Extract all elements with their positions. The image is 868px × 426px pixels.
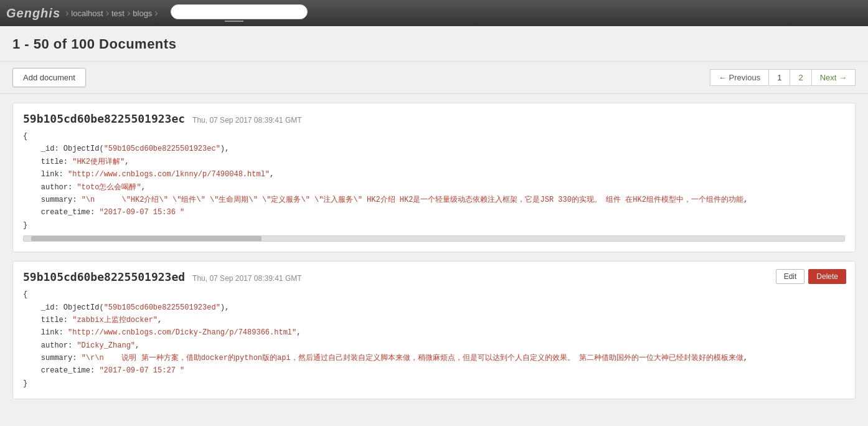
doc-card-2-header: 59b105cd60be8225501923ed Thu, 07 Sep 201… bbox=[23, 270, 845, 283]
doc-id-1: 59b105cd60be8225501923ec bbox=[23, 112, 185, 125]
search-underline bbox=[225, 21, 243, 22]
doc-scroll-area-2[interactable]: { _id: ObjectId("59b105cd60be8225501923e… bbox=[23, 288, 845, 390]
crumb-localhost[interactable]: localhost bbox=[71, 9, 103, 18]
add-document-button[interactable]: Add document bbox=[12, 68, 86, 87]
toolbar: Add document ← Previous 1 2 Next → bbox=[0, 62, 868, 94]
crumb-blogs[interactable]: blogs bbox=[133, 9, 152, 18]
doc-card-1-header: 59b105cd60be8225501923ec Thu, 07 Sep 201… bbox=[23, 112, 845, 125]
sep-3: › bbox=[127, 7, 130, 19]
doc2-summary-value: "\r\n 说明 第一种方案，借助docker的python版的api，然后通过… bbox=[82, 354, 743, 362]
doc1-createtime-value: "2017-09-07 15:36 " bbox=[99, 208, 184, 217]
doc-list: 59b105cd60be8225501923ec Thu, 07 Sep 201… bbox=[0, 94, 868, 408]
brand-logo[interactable]: Genghis bbox=[6, 6, 60, 21]
doc2-link-value: "http://www.cnblogs.com/Dicky-Zhang/p/74… bbox=[68, 328, 296, 337]
doc-timestamp-1: Thu, 07 Sep 2017 08:39:41 GMT bbox=[192, 116, 301, 125]
doc2-oid-value: "59b105cd60be8225501923ed" bbox=[104, 303, 220, 312]
doc-card-2-actions: Edit Delete bbox=[776, 269, 846, 284]
page-1-button[interactable]: 1 bbox=[769, 69, 790, 86]
doc1-summary-value: "\n \"HK2介绍\" \"组件\" \"生命周期\" \"定义服务\" \… bbox=[82, 196, 743, 204]
page-2-button[interactable]: 2 bbox=[790, 69, 811, 86]
doc1-author-value: "toto怎么会喝醉" bbox=[77, 183, 141, 192]
doc1-oid-value: "59b105cd60be8225501923ec" bbox=[104, 144, 220, 153]
scrollbar-thumb-1[interactable] bbox=[31, 236, 262, 241]
edit-button-2[interactable]: Edit bbox=[776, 269, 805, 284]
sep-1: › bbox=[65, 7, 68, 19]
main-content: 1 - 50 of 100 Documents Add document ← P… bbox=[0, 26, 868, 426]
doc2-createtime-value: "2017-09-07 15:27 " bbox=[99, 366, 184, 375]
delete-button-2[interactable]: Delete bbox=[808, 269, 846, 284]
doc-count-bar: 1 - 50 of 100 Documents bbox=[0, 26, 868, 62]
pagination: ← Previous 1 2 Next → bbox=[710, 69, 856, 86]
doc1-title-value: "HK2使用详解" bbox=[72, 158, 125, 166]
doc-timestamp-2: Thu, 07 Sep 2017 08:39:41 GMT bbox=[192, 274, 301, 283]
next-page-button[interactable]: Next → bbox=[812, 69, 856, 86]
topbar: Genghis › localhost › test › blogs › bbox=[0, 0, 868, 26]
sep-4: › bbox=[154, 7, 158, 19]
doc2-title-value: "zabbix上监控docker" bbox=[72, 316, 158, 324]
doc-card-2: 59b105cd60be8225501923ed Thu, 07 Sep 201… bbox=[12, 261, 856, 399]
crumb-test[interactable]: test bbox=[111, 9, 125, 18]
previous-page-button[interactable]: ← Previous bbox=[710, 69, 769, 86]
doc-card-1: 59b105cd60be8225501923ec Thu, 07 Sep 201… bbox=[12, 103, 856, 252]
doc-json-2: { _id: ObjectId("59b105cd60be8225501923e… bbox=[23, 288, 845, 390]
doc1-link-value: "http://www.cnblogs.com/lknny/p/7490048.… bbox=[68, 170, 270, 179]
search-wrap bbox=[161, 4, 308, 22]
sep-2: › bbox=[106, 7, 109, 19]
doc2-author-value: "Dicky_Zhang" bbox=[77, 341, 135, 350]
scrollbar-track-1[interactable] bbox=[23, 235, 845, 242]
doc-json-1: { _id: ObjectId("59b105cd60be8225501923e… bbox=[23, 130, 845, 232]
doc-id-2: 59b105cd60be8225501923ed bbox=[23, 270, 185, 283]
doc-count-title: 1 - 50 of 100 Documents bbox=[12, 36, 176, 52]
search-input[interactable] bbox=[171, 4, 308, 19]
doc-scroll-area-1[interactable]: { _id: ObjectId("59b105cd60be8225501923e… bbox=[23, 130, 845, 243]
